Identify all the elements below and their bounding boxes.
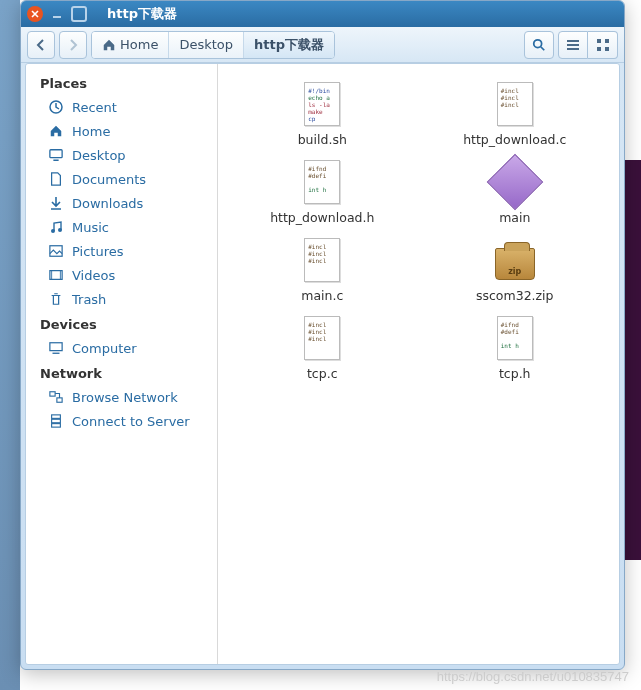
icon-view-button[interactable] bbox=[588, 31, 618, 59]
file-label: http_download.h bbox=[270, 210, 374, 225]
breadcrumb-label: Home bbox=[120, 37, 158, 52]
search-button[interactable] bbox=[524, 31, 554, 59]
svg-rect-11 bbox=[50, 343, 62, 351]
server-icon bbox=[48, 413, 64, 429]
file-item[interactable]: #incl#incl#incl http_download.c bbox=[430, 78, 600, 156]
file-manager-window: http下载器 Home Desktop http下载器 bbox=[20, 0, 625, 670]
download-icon bbox=[48, 195, 64, 211]
svg-rect-14 bbox=[52, 415, 61, 419]
svg-rect-4 bbox=[605, 47, 609, 51]
sidebar-item-label: Documents bbox=[72, 172, 146, 187]
svg-rect-16 bbox=[52, 424, 61, 428]
svg-rect-3 bbox=[597, 47, 601, 51]
clock-icon bbox=[48, 99, 64, 115]
file-label: http_download.c bbox=[463, 132, 566, 147]
home-icon bbox=[48, 123, 64, 139]
sidebar-item-browse-network[interactable]: Browse Network bbox=[26, 385, 217, 409]
file-label: sscom32.zip bbox=[476, 288, 554, 303]
window-minimize-button[interactable] bbox=[49, 6, 65, 22]
svg-point-8 bbox=[58, 228, 62, 232]
sidebar-item-music[interactable]: Music bbox=[26, 215, 217, 239]
video-icon bbox=[48, 267, 64, 283]
sidebar-item-connect-server[interactable]: Connect to Server bbox=[26, 409, 217, 433]
computer-icon bbox=[48, 340, 64, 356]
trash-icon bbox=[48, 291, 64, 307]
svg-point-7 bbox=[51, 229, 55, 233]
home-icon bbox=[102, 38, 116, 52]
sidebar-item-trash[interactable]: Trash bbox=[26, 287, 217, 311]
chevron-left-icon bbox=[36, 39, 46, 51]
svg-rect-13 bbox=[57, 398, 62, 402]
sidebar-heading-devices: Devices bbox=[26, 311, 217, 336]
c-source-file-icon: #incl#incl#incl bbox=[298, 314, 346, 362]
minimize-icon bbox=[52, 9, 62, 19]
archive-file-icon bbox=[491, 236, 539, 284]
script-file-icon: #!/binecho als -lamakecp bbox=[298, 80, 346, 128]
nav-forward-button[interactable] bbox=[59, 31, 87, 59]
svg-rect-12 bbox=[50, 392, 55, 396]
file-label: tcp.h bbox=[499, 366, 531, 381]
svg-rect-15 bbox=[52, 419, 61, 423]
file-item[interactable]: #ifnd#defiint htcp.h bbox=[430, 312, 600, 390]
sidebar-item-label: Connect to Server bbox=[72, 414, 190, 429]
window-title: http下载器 bbox=[107, 5, 177, 23]
sidebar-item-downloads[interactable]: Downloads bbox=[26, 191, 217, 215]
sidebar-item-label: Videos bbox=[72, 268, 115, 283]
grid-icon bbox=[596, 38, 610, 52]
file-label: main bbox=[499, 210, 530, 225]
sidebar-item-label: Music bbox=[72, 220, 109, 235]
nav-back-button[interactable] bbox=[27, 31, 55, 59]
breadcrumb-desktop[interactable]: Desktop bbox=[169, 32, 244, 58]
sidebar-item-desktop[interactable]: Desktop bbox=[26, 143, 217, 167]
file-grid: #!/binecho als -lamakecpbuild.sh#incl#in… bbox=[218, 64, 619, 664]
sidebar-item-label: Desktop bbox=[72, 148, 126, 163]
window-close-button[interactable] bbox=[27, 6, 43, 22]
watermark-text: https://blog.csdn.net/u010835747 bbox=[437, 669, 629, 684]
file-label: tcp.c bbox=[307, 366, 338, 381]
view-mode-group bbox=[558, 31, 618, 59]
sidebar-heading-places: Places bbox=[26, 70, 217, 95]
sidebar-item-label: Computer bbox=[72, 341, 137, 356]
svg-rect-1 bbox=[597, 39, 601, 43]
sidebar-item-label: Browse Network bbox=[72, 390, 178, 405]
breadcrumb-current[interactable]: http下载器 bbox=[244, 32, 334, 58]
sidebar-heading-network: Network bbox=[26, 360, 217, 385]
sidebar-item-documents[interactable]: Documents bbox=[26, 167, 217, 191]
sidebar-item-label: Downloads bbox=[72, 196, 143, 211]
breadcrumb: Home Desktop http下载器 bbox=[91, 31, 335, 59]
file-item[interactable]: #!/binecho als -lamakecpbuild.sh bbox=[237, 78, 407, 156]
close-icon bbox=[31, 10, 39, 18]
file-label: build.sh bbox=[298, 132, 347, 147]
file-item[interactable]: main bbox=[430, 156, 600, 234]
svg-rect-2 bbox=[605, 39, 609, 43]
file-item[interactable]: #incl#incl#incl tcp.c bbox=[237, 312, 407, 390]
sidebar-item-label: Pictures bbox=[72, 244, 123, 259]
c-source-file-icon: #incl#incl#incl bbox=[491, 80, 539, 128]
sidebar-item-computer[interactable]: Computer bbox=[26, 336, 217, 360]
network-icon bbox=[48, 389, 64, 405]
search-icon bbox=[532, 38, 546, 52]
window-maximize-button[interactable] bbox=[71, 6, 87, 22]
sidebar: Places Recent Home Desktop Documents Dow… bbox=[26, 64, 218, 664]
list-icon bbox=[566, 38, 580, 52]
sidebar-item-label: Home bbox=[72, 124, 110, 139]
breadcrumb-home[interactable]: Home bbox=[92, 32, 169, 58]
sidebar-item-home[interactable]: Home bbox=[26, 119, 217, 143]
list-view-button[interactable] bbox=[558, 31, 588, 59]
c-header-file-icon: #ifnd#defiint h bbox=[298, 158, 346, 206]
sidebar-item-label: Recent bbox=[72, 100, 117, 115]
sidebar-item-pictures[interactable]: Pictures bbox=[26, 239, 217, 263]
file-item[interactable]: #incl#incl#incl main.c bbox=[237, 234, 407, 312]
breadcrumb-label: http下载器 bbox=[254, 36, 324, 54]
chevron-right-icon bbox=[68, 39, 78, 51]
sidebar-item-videos[interactable]: Videos bbox=[26, 263, 217, 287]
toolbar: Home Desktop http下载器 bbox=[21, 27, 624, 63]
executable-file-icon bbox=[491, 158, 539, 206]
sidebar-item-recent[interactable]: Recent bbox=[26, 95, 217, 119]
music-icon bbox=[48, 219, 64, 235]
background-terminal-edge bbox=[623, 160, 641, 560]
file-item[interactable]: sscom32.zip bbox=[430, 234, 600, 312]
window-body: Places Recent Home Desktop Documents Dow… bbox=[25, 63, 620, 665]
file-item[interactable]: #ifnd#defiint hhttp_download.h bbox=[237, 156, 407, 234]
svg-rect-6 bbox=[50, 150, 62, 158]
